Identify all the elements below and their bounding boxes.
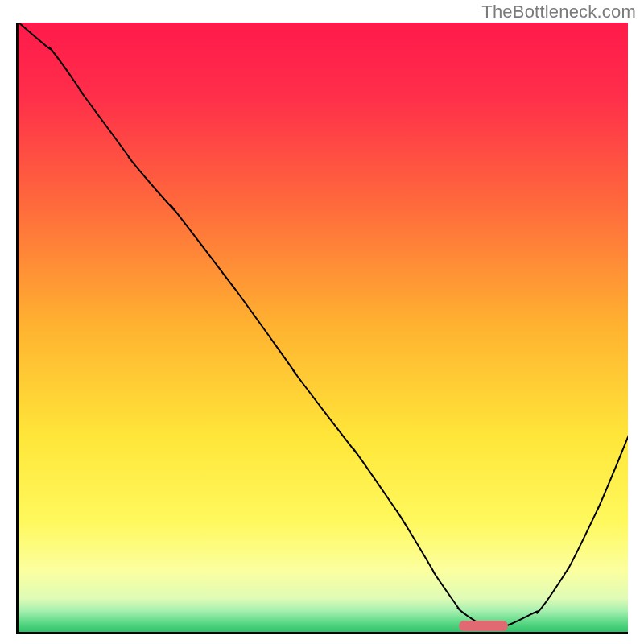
optimal-range-marker <box>459 621 508 631</box>
plot-area <box>16 23 628 634</box>
bottleneck-curve <box>19 23 628 632</box>
chart-stage: TheBottleneck.com <box>0 0 644 644</box>
watermark-text: TheBottleneck.com <box>481 2 636 23</box>
